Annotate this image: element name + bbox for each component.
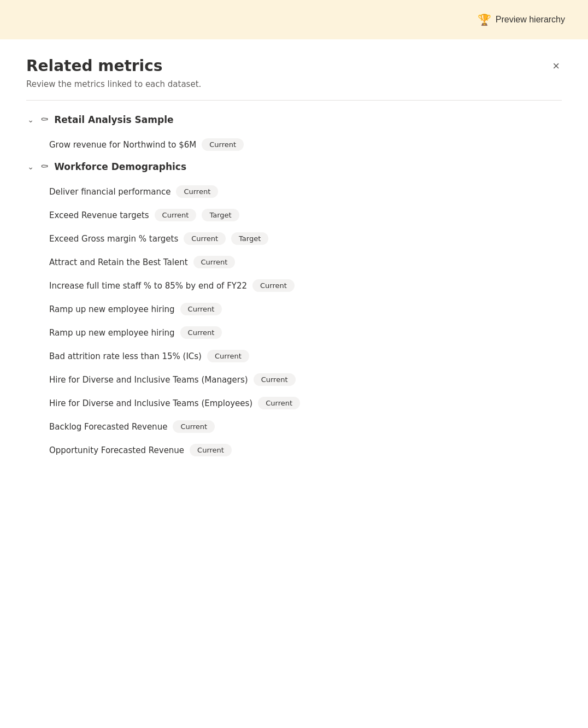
metric-badge: Current <box>180 326 222 339</box>
chevron-down-icon: ⌄ <box>26 115 35 124</box>
metric-badge: Current <box>173 420 215 433</box>
metric-row: Exceed Gross margin % targetsCurrentTarg… <box>49 227 562 250</box>
metric-badge: Current <box>252 279 295 292</box>
metric-label: Backlog Forecasted Revenue <box>49 422 167 432</box>
metric-row: Increase full time staff % to 85% by end… <box>49 274 562 297</box>
metric-list-workforce: Deliver financial performanceCurrentExce… <box>26 180 562 462</box>
metric-badge: Current <box>193 256 236 268</box>
close-button[interactable]: × <box>550 58 562 74</box>
metric-label: Bad attrition rate less than 15% (ICs) <box>49 351 202 361</box>
metric-row: Exceed Revenue targetsCurrentTarget <box>49 203 562 227</box>
metric-label: Attract and Retain the Best Talent <box>49 257 188 267</box>
related-metrics-panel: Related metrics × Review the metrics lin… <box>0 39 588 488</box>
metric-row: Opportunity Forecasted RevenueCurrent <box>49 438 562 462</box>
metric-label: Hire for Diverse and Inclusive Teams (Em… <box>49 398 252 408</box>
dataset-name-workforce: Workforce Demographics <box>54 161 186 172</box>
metric-badge: Current <box>202 138 244 151</box>
metric-label: Opportunity Forecasted Revenue <box>49 445 184 455</box>
metric-badge: Current <box>180 303 222 315</box>
metric-label: Ramp up new employee hiring <box>49 328 175 338</box>
metric-row: Ramp up new employee hiringCurrent <box>49 321 562 344</box>
database-icon: ⚰ <box>40 161 49 172</box>
divider <box>26 100 562 101</box>
dataset-group-retail: ⌄ ⚰ Retail Analysis Sample Grow revenue … <box>26 114 562 156</box>
metric-row: Hire for Diverse and Inclusive Teams (Ma… <box>49 368 562 391</box>
database-icon: ⚰ <box>40 114 49 125</box>
metric-badge: Current <box>184 232 226 245</box>
trophy-icon: 🏆 <box>478 13 491 26</box>
panel-header: Related metrics × <box>26 57 562 75</box>
metric-label: Increase full time staff % to 85% by end… <box>49 281 247 291</box>
dataset-name-retail: Retail Analysis Sample <box>54 114 173 125</box>
metric-label: Exceed Gross margin % targets <box>49 234 178 244</box>
metric-badge: Target <box>202 209 239 221</box>
metric-badge: Current <box>258 397 300 409</box>
metric-row: Attract and Retain the Best TalentCurren… <box>49 250 562 274</box>
metric-badge: Current <box>176 185 218 198</box>
metric-label: Deliver financial performance <box>49 187 170 197</box>
panel-subtitle: Review the metrics linked to each datase… <box>26 79 562 89</box>
dataset-header-retail[interactable]: ⌄ ⚰ Retail Analysis Sample <box>26 114 562 125</box>
panel-title: Related metrics <box>26 57 162 75</box>
dataset-group-workforce: ⌄ ⚰ Workforce Demographics Deliver finan… <box>26 161 562 462</box>
top-bar: 🏆 Preview hierarchy <box>0 0 588 39</box>
datasets-container: ⌄ ⚰ Retail Analysis Sample Grow revenue … <box>26 114 562 462</box>
chevron-down-icon: ⌄ <box>26 162 35 171</box>
metric-row: Hire for Diverse and Inclusive Teams (Em… <box>49 391 562 415</box>
metric-label: Exceed Revenue targets <box>49 210 149 220</box>
preview-hierarchy-label: Preview hierarchy <box>496 15 565 25</box>
metric-label: Ramp up new employee hiring <box>49 304 175 314</box>
metric-row: Grow revenue for Northwind to $6MCurrent <box>49 133 562 156</box>
metric-label: Grow revenue for Northwind to $6M <box>49 140 196 150</box>
metric-row: Backlog Forecasted RevenueCurrent <box>49 415 562 438</box>
dataset-header-workforce[interactable]: ⌄ ⚰ Workforce Demographics <box>26 161 562 172</box>
metric-row: Bad attrition rate less than 15% (ICs)Cu… <box>49 344 562 368</box>
metric-badge: Current <box>190 444 232 456</box>
metric-row: Deliver financial performanceCurrent <box>49 180 562 203</box>
metric-row: Ramp up new employee hiringCurrent <box>49 297 562 321</box>
metric-list-retail: Grow revenue for Northwind to $6MCurrent <box>26 133 562 156</box>
metric-badge: Current <box>207 350 249 362</box>
metric-badge: Current <box>155 209 197 221</box>
metric-badge: Current <box>254 373 296 386</box>
metric-badge: Target <box>231 232 268 245</box>
preview-hierarchy-button[interactable]: 🏆 Preview hierarchy <box>472 10 571 30</box>
metric-label: Hire for Diverse and Inclusive Teams (Ma… <box>49 375 248 385</box>
